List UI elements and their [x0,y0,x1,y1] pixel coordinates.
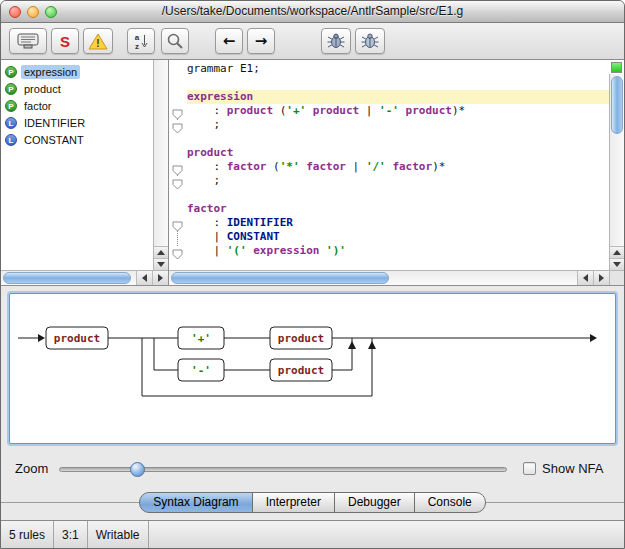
fold-marker-icon[interactable] [172,120,183,131]
code-line: : product ('+' product | '-' product)* [187,104,609,118]
debug-remote-button[interactable] [355,28,385,54]
loop-arrow-icon [368,341,376,349]
rule-label: product [21,82,64,96]
code-token: | [187,230,227,243]
zoom-label: Zoom [15,453,48,484]
code-token: | [187,244,227,257]
loop-arrow-icon [348,341,356,349]
scroll-right-button[interactable] [152,271,168,285]
fold-marker-icon[interactable] [172,162,183,173]
scrollbar-thumb[interactable] [171,272,389,284]
rule-item-factor[interactable]: P factor [1,97,153,114]
syntax-coloring-button[interactable]: S [51,28,79,54]
find-button[interactable] [161,28,189,54]
code-token: product [406,104,452,117]
status-cursor-position: 3:1 [54,521,88,549]
rule-item-constant[interactable]: L CONSTANT [1,131,153,148]
syntax-diagram-canvas[interactable]: product '+' product '-' product [10,294,615,443]
debug-icon [326,33,346,49]
rule-item-product[interactable]: P product [1,80,153,97]
minimize-button[interactable] [27,6,39,18]
rules-horizontal-scrollbar[interactable] [1,270,168,285]
lexer-rule-icon: L [5,117,17,129]
code-token: )* [432,160,445,173]
scrollbar-thumb[interactable] [611,76,623,134]
rule-item-expression[interactable]: P expression [1,63,153,80]
show-nfa-checkbox[interactable] [523,462,536,475]
debug-remote-icon [360,33,380,49]
close-button[interactable] [9,6,21,18]
tab-debugger[interactable]: Debugger [334,492,415,513]
sort-rules-button[interactable]: az [127,28,155,54]
rule-item-identifier[interactable]: L IDENTIFIER [1,114,153,131]
code-token: ; [187,118,220,131]
warnings-button[interactable]: ! [83,28,113,54]
scroll-up-button[interactable] [154,246,168,258]
up-arrow-icon [613,250,621,255]
rules-vertical-scrollbar[interactable] [153,60,168,270]
code-token: product [227,104,273,117]
rule-label: expression [21,65,80,79]
code-line: expression [187,90,609,104]
code-line: ; [187,174,609,188]
code-line: | CONSTANT [187,230,609,244]
forward-button[interactable]: → [247,28,275,54]
scroll-up-button[interactable] [610,246,624,258]
scroll-left-button[interactable] [577,271,593,285]
node-label: product [278,364,324,377]
code-token [306,104,313,117]
fold-marker-icon[interactable] [172,176,183,187]
fold-marker-icon[interactable] [172,218,183,229]
code-token: factor [306,160,346,173]
code-line: : factor ('*' factor | '/' factor)* [187,160,609,174]
fold-marker-icon[interactable] [172,246,183,257]
code-token: : [187,160,227,173]
console-icon [17,33,39,49]
code-token: ( [273,104,286,117]
scrollbar-thumb[interactable] [3,272,131,284]
zoom-slider-thumb[interactable] [130,462,145,477]
forward-arrow-icon: → [255,32,268,50]
code-line: ; [187,118,609,132]
code-token: '+' [286,104,306,117]
editor-horizontal-scrollbar[interactable] [169,270,609,285]
code-token: '*' [280,160,300,173]
tab-interpreter[interactable]: Interpreter [252,492,335,513]
syntax-coloring-icon: S [60,33,70,50]
code-token: CONSTANT [227,230,280,243]
titlebar[interactable]: /Users/take/Documents/workspace/AntlrSam… [1,1,624,23]
syntax-diagram-area: product '+' product '-' product [1,286,624,453]
tab-console[interactable]: Console [414,492,486,513]
scroll-left-button[interactable] [136,271,152,285]
scroll-down-button[interactable] [610,258,624,270]
down-arrow-icon [157,262,165,267]
code-token: '-' [379,104,399,117]
rule-label: IDENTIFIER [21,116,88,130]
down-arrow-icon [613,262,621,267]
console-button[interactable] [9,28,47,54]
search-icon [166,32,184,50]
fold-marker-icon[interactable] [172,106,183,117]
editor-vertical-scrollbar[interactable] [609,74,624,270]
scroll-down-button[interactable] [154,258,168,270]
zoom-slider[interactable] [59,467,507,472]
scrollbar-corner [609,270,624,285]
status-writable: Writable [88,521,149,549]
code-line: product [187,146,609,160]
debug-button[interactable] [321,28,351,54]
right-arrow-icon [599,274,604,282]
window-title: /Users/take/Documents/workspace/AntlrSam… [1,1,624,22]
syntax-diagram-panel: product '+' product '-' product [9,293,616,444]
editor-code[interactable]: grammar E1; expression : product ('+' pr… [187,60,609,270]
code-token: product [187,146,233,159]
scroll-right-button[interactable] [593,271,609,285]
back-button[interactable]: ← [215,28,243,54]
tab-syntax-diagram[interactable]: Syntax Diagram [139,492,252,513]
code-token: factor [392,160,432,173]
tabs-row: Syntax Diagram Interpreter Debugger Cons… [1,484,624,520]
code-token: expression [253,244,319,257]
code-token: '(' [227,244,247,257]
code-token: )* [452,104,465,117]
zoom-button[interactable] [45,6,57,18]
parser-rule-icon: P [5,83,17,95]
